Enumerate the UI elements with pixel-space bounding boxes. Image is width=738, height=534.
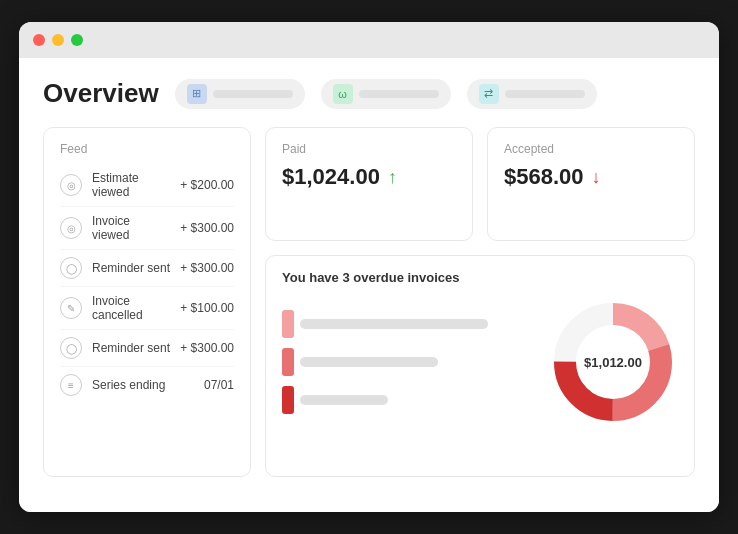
overdue-bar-3 bbox=[300, 395, 388, 405]
accepted-label: Accepted bbox=[504, 142, 678, 156]
feed-item-amount: + $200.00 bbox=[180, 178, 234, 192]
close-button[interactable] bbox=[33, 34, 45, 46]
feed-item-label: Reminder sent bbox=[92, 341, 170, 355]
accepted-value: $568.00 ↓ bbox=[504, 164, 678, 190]
tab-bar-2 bbox=[359, 90, 439, 98]
overdue-bar-2 bbox=[300, 357, 438, 367]
tab-wave[interactable]: ω bbox=[321, 79, 451, 109]
overdue-title: You have 3 overdue invoices bbox=[282, 270, 678, 285]
list-icon: ≡ bbox=[60, 374, 82, 396]
overdue-color-3 bbox=[282, 386, 294, 414]
overdue-bar-row bbox=[282, 386, 532, 414]
list-item: ◯ Reminder sent + $300.00 bbox=[60, 250, 234, 287]
tab-transfer[interactable]: ⇄ bbox=[467, 79, 597, 109]
edit-icon: ✎ bbox=[60, 297, 82, 319]
grid-icon: ⊞ bbox=[187, 84, 207, 104]
accepted-card: Accepted $568.00 ↓ bbox=[487, 127, 695, 241]
feed-card: Feed ◎ Estimate viewed + $200.00 ◎ Invoi… bbox=[43, 127, 251, 477]
paid-value: $1,024.00 ↑ bbox=[282, 164, 456, 190]
trend-up-icon: ↑ bbox=[388, 167, 397, 188]
feed-item-amount: + $100.00 bbox=[180, 301, 234, 315]
feed-item-amount: 07/01 bbox=[204, 378, 234, 392]
paid-label: Paid bbox=[282, 142, 456, 156]
feed-item-label: Series ending bbox=[92, 378, 194, 392]
list-item bbox=[282, 348, 532, 376]
feed-item-label: Estimate viewed bbox=[92, 171, 170, 199]
feed-item-amount: + $300.00 bbox=[180, 341, 234, 355]
app-window: Overview ⊞ ω ⇄ Feed ◎ Es bbox=[19, 22, 719, 512]
list-item bbox=[282, 310, 532, 338]
feed-item-amount: + $300.00 bbox=[180, 221, 234, 235]
paid-card: Paid $1,024.00 ↑ bbox=[265, 127, 473, 241]
chat-icon: ◯ bbox=[60, 257, 82, 279]
overdue-bar-row bbox=[282, 310, 532, 338]
eye-icon: ◎ bbox=[60, 174, 82, 196]
titlebar bbox=[19, 22, 719, 58]
overdue-card: You have 3 overdue invoices bbox=[265, 255, 695, 478]
feed-item-label: Invoice cancelled bbox=[92, 294, 170, 322]
minimize-button[interactable] bbox=[52, 34, 64, 46]
eye-icon: ◎ bbox=[60, 217, 82, 239]
list-item bbox=[282, 386, 532, 414]
overdue-color-1 bbox=[282, 310, 294, 338]
feed-item-label: Invoice viewed bbox=[92, 214, 170, 242]
list-item: ≡ Series ending 07/01 bbox=[60, 367, 234, 403]
feed-item-label: Reminder sent bbox=[92, 261, 170, 275]
list-item: ◎ Estimate viewed + $200.00 bbox=[60, 164, 234, 207]
list-item: ✎ Invoice cancelled + $100.00 bbox=[60, 287, 234, 330]
overdue-bar-1 bbox=[300, 319, 488, 329]
list-item: ◯ Reminder sent + $300.00 bbox=[60, 330, 234, 367]
chat-icon: ◯ bbox=[60, 337, 82, 359]
feed-item-amount: + $300.00 bbox=[180, 261, 234, 275]
feed-title: Feed bbox=[60, 142, 234, 156]
feed-list: ◎ Estimate viewed + $200.00 ◎ Invoice vi… bbox=[60, 164, 234, 403]
main-grid: Feed ◎ Estimate viewed + $200.00 ◎ Invoi… bbox=[43, 127, 695, 477]
wave-icon: ω bbox=[333, 84, 353, 104]
transfer-icon: ⇄ bbox=[479, 84, 499, 104]
tab-grid[interactable]: ⊞ bbox=[175, 79, 305, 109]
main-content: Overview ⊞ ω ⇄ Feed ◎ Es bbox=[19, 58, 719, 512]
list-item: ◎ Invoice viewed + $300.00 bbox=[60, 207, 234, 250]
donut-total: $1,012.00 bbox=[584, 354, 642, 369]
tab-bar-1 bbox=[213, 90, 293, 98]
overdue-bar-row bbox=[282, 348, 532, 376]
overdue-body: $1,012.00 bbox=[282, 297, 678, 427]
trend-down-icon: ↓ bbox=[592, 167, 601, 188]
maximize-button[interactable] bbox=[71, 34, 83, 46]
donut-chart: $1,012.00 bbox=[548, 297, 678, 427]
header: Overview ⊞ ω ⇄ bbox=[43, 78, 695, 109]
page-title: Overview bbox=[43, 78, 159, 109]
tab-bar-3 bbox=[505, 90, 585, 98]
overdue-color-2 bbox=[282, 348, 294, 376]
overdue-list bbox=[282, 297, 532, 427]
